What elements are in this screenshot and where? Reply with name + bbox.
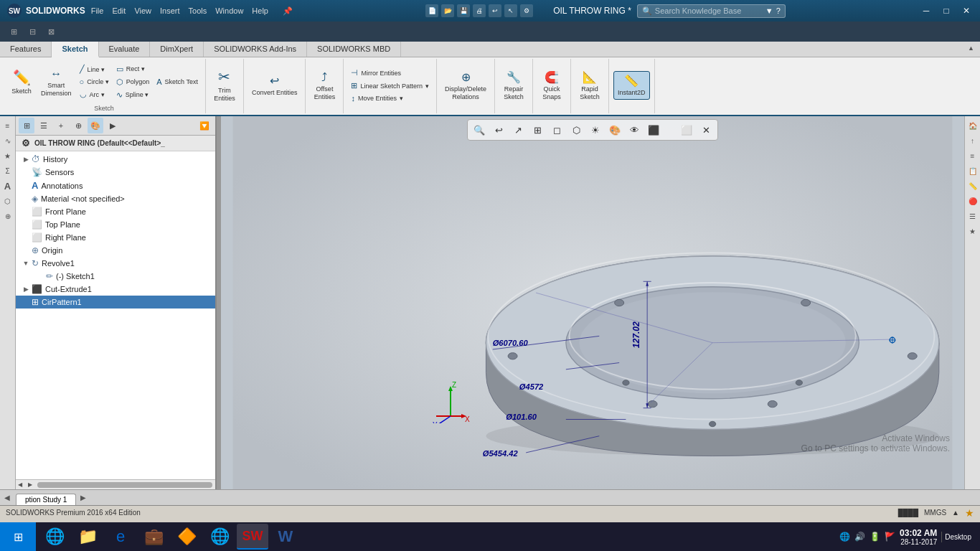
clock[interactable]: 03:02 AM 28-11-2017 <box>900 528 937 546</box>
taskbar-app-ie2[interactable]: e <box>105 524 136 550</box>
taskbar-app-ie[interactable]: 🌐 <box>39 524 70 550</box>
taskbar-app-store[interactable]: 💼 <box>138 524 169 550</box>
tree-tb-detail[interactable]: ☰ <box>36 118 52 133</box>
vp-restore[interactable]: ⬜ <box>678 121 695 138</box>
tray-volume[interactable]: 🔊 <box>854 532 865 542</box>
tab-motion-study[interactable]: ption Study 1 <box>16 494 76 505</box>
tree-root-node[interactable]: ⚙ OIL THROW RING (Default<<Default>_ <box>16 136 215 151</box>
smart-dimension-button[interactable]: ↔ SmartDimension <box>37 65 75 100</box>
linear-pattern-button[interactable]: ⊞ Linear Sketch Pattern ▾ <box>348 80 432 92</box>
vp-views[interactable]: ◻ <box>548 121 565 138</box>
vp-undo[interactable]: ↩ <box>490 121 507 138</box>
search-input[interactable] <box>655 6 763 15</box>
tab-dimxpert[interactable]: DimXpert <box>150 42 204 57</box>
search-bar[interactable]: 🔍 ▼ ? <box>637 4 786 18</box>
vp-fullscreen[interactable]: ↗ <box>509 121 527 138</box>
vp-grid[interactable]: ⊞ <box>529 121 546 138</box>
expand-cut-extrude1[interactable]: ▶ <box>22 286 30 293</box>
circle-button[interactable]: ○ Circle ▾ <box>77 76 112 88</box>
pin-icon[interactable]: 📌 <box>283 6 293 16</box>
rp-color[interactable]: 🔴 <box>966 194 979 207</box>
viewport[interactable]: 🔍 ↩ ↗ ⊞ ◻ ⬡ ☀ 🎨 👁 ⬛ ⬜ ✕ <box>221 116 964 489</box>
options-icon[interactable]: ⚙ <box>520 4 533 17</box>
qa-grid1[interactable]: ⊞ <box>6 24 22 39</box>
sidebar-btn-props[interactable]: ∿ <box>1 134 14 147</box>
tree-tb-color[interactable]: 🎨 <box>88 118 103 133</box>
open-icon[interactable]: 📂 <box>441 4 454 17</box>
new-icon[interactable]: 📄 <box>425 4 438 17</box>
tree-scroll-left[interactable]: ◀ <box>16 481 24 489</box>
tree-item-revolve1[interactable]: ▼ ↻ Revolve1 <box>16 257 215 270</box>
taskbar-app-solidworks[interactable]: SW <box>237 524 268 550</box>
tray-battery[interactable]: 🔋 <box>870 532 880 542</box>
rp-up[interactable]: ↑ <box>966 134 979 147</box>
question-icon[interactable]: ? <box>776 6 781 15</box>
menu-tools[interactable]: Tools <box>189 6 207 16</box>
vp-orient[interactable]: ⬡ <box>567 121 585 138</box>
tree-item-material[interactable]: ◈ Material <not specified> <box>16 192 215 205</box>
rp-table[interactable]: 📋 <box>966 164 979 177</box>
vp-close[interactable]: ✕ <box>697 121 715 138</box>
taskbar-app-vlc[interactable]: 🔶 <box>171 524 202 550</box>
tree-scroll-right[interactable]: ▶ <box>26 481 34 489</box>
sidebar-btn-display[interactable]: Σ <box>1 164 14 177</box>
trim-entities-button[interactable]: ✂ TrimEntities <box>210 66 239 105</box>
expand-history[interactable]: ▶ <box>22 156 30 163</box>
tree-filter-icon[interactable]: 🔽 <box>197 118 212 133</box>
tree-tb-list[interactable]: ⊞ <box>19 118 34 133</box>
arc-button[interactable]: ◡ Arc ▾ <box>77 88 112 100</box>
rp-measure[interactable]: 📏 <box>966 179 979 192</box>
tree-item-history[interactable]: ▶ ⏱ History <box>16 153 215 166</box>
minimize-button[interactable]: ─ <box>918 3 934 19</box>
spline-button[interactable]: ∿ Spline ▾ <box>113 89 153 101</box>
sidebar-btn-a[interactable]: A <box>1 179 14 192</box>
undo-icon[interactable]: ↩ <box>489 4 501 17</box>
tab-addins[interactable]: SOLIDWORKS Add-Ins <box>204 42 307 57</box>
tab-features[interactable]: Features <box>0 42 52 57</box>
tray-flag[interactable]: 🚩 <box>885 532 895 542</box>
tree-tb-next[interactable]: ▶ <box>105 118 121 133</box>
show-desktop[interactable]: Desktop <box>941 532 974 542</box>
ribbon-expand[interactable]: ▲ <box>962 42 980 57</box>
restore-button[interactable]: □ <box>938 3 954 19</box>
tree-item-right-plane[interactable]: ⬜ Right Plane <box>16 231 215 244</box>
tree-item-top-plane[interactable]: ⬜ Top Plane <box>16 218 215 231</box>
text-button[interactable]: A Sketch Text <box>154 76 201 88</box>
menu-help[interactable]: Help <box>252 6 268 16</box>
vp-zoom[interactable]: 🔍 <box>471 121 488 138</box>
tray-network[interactable]: 🌐 <box>839 532 850 542</box>
tree-item-cut-extrude1[interactable]: ▶ ⬛ Cut-Extrude1 <box>16 283 215 296</box>
sidebar-btn-config[interactable]: ★ <box>1 149 14 162</box>
mirror-entities-button[interactable]: ⊣ Mirror Entities <box>348 67 432 79</box>
cursor-icon[interactable]: ↖ <box>504 4 517 17</box>
rp-home[interactable]: 🏠 <box>966 119 979 132</box>
tab-evaluate[interactable]: Evaluate <box>99 42 151 57</box>
tree-tb-add[interactable]: + <box>53 118 69 133</box>
quick-snaps-button[interactable]: 🧲 QuickSnaps <box>537 68 566 103</box>
print-icon[interactable]: 🖨 <box>473 4 486 17</box>
rp-star[interactable]: ★ <box>966 225 979 237</box>
units-arrow[interactable]: ▲ <box>952 509 959 517</box>
rect-button[interactable]: ▭ Rect ▾ <box>113 63 153 75</box>
convert-entities-button[interactable]: ↩ Convert Entities <box>248 72 301 99</box>
display-delete-button[interactable]: ⊕ Display/DeleteRelations <box>441 68 490 103</box>
menu-file[interactable]: File <box>91 6 104 16</box>
tree-item-front-plane[interactable]: ⬜ Front Plane <box>16 205 215 218</box>
sketch-button[interactable]: ✏️ Sketch <box>7 67 36 98</box>
rp-tree[interactable]: ≡ <box>966 149 979 162</box>
vp-appearance[interactable]: 🎨 <box>606 121 623 138</box>
search-arrow[interactable]: ▼ <box>765 6 773 15</box>
move-entities-button[interactable]: ↕ Move Entities ▾ <box>348 93 432 104</box>
close-button[interactable]: ✕ <box>958 3 974 19</box>
rapid-sketch-button[interactable]: 📐 RapidSketch <box>575 68 604 103</box>
tabs-arrow-left[interactable]: ◀ <box>0 494 14 501</box>
vp-scene[interactable]: 👁 <box>626 121 643 138</box>
menu-view[interactable]: View <box>134 6 151 16</box>
polygon-button[interactable]: ⬡ Polygon <box>113 76 153 88</box>
sidebar-btn-hex[interactable]: ⬡ <box>1 194 14 207</box>
line-button[interactable]: ╱ Line ▾ <box>77 63 112 75</box>
save-icon[interactable]: 💾 <box>457 4 470 17</box>
taskbar-app-word[interactable]: W <box>270 524 301 550</box>
tab-sketch[interactable]: Sketch <box>52 42 98 57</box>
tree-item-annotations[interactable]: A Annotations <box>16 179 215 192</box>
